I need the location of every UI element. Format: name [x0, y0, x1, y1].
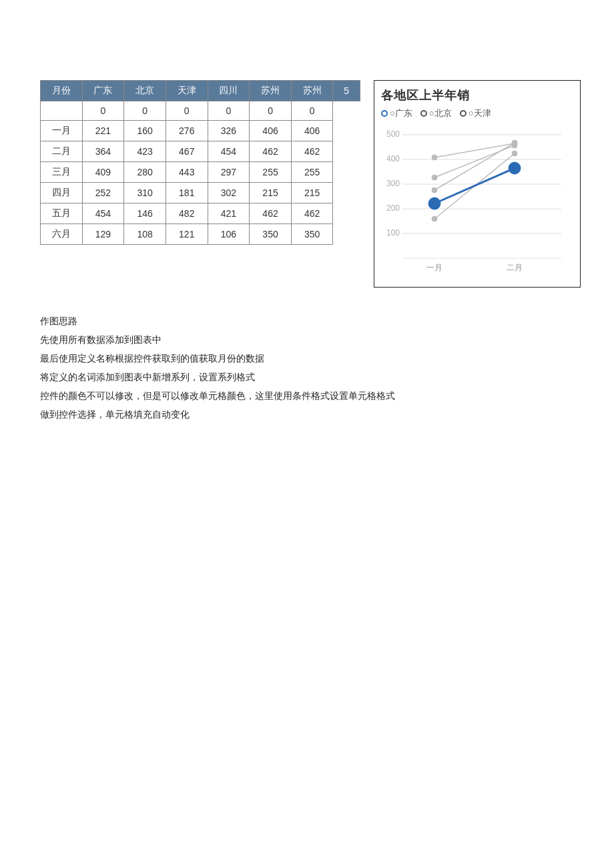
- table-cell-month: 三月: [41, 162, 83, 183]
- table-row: 一月221160276326406406: [41, 121, 360, 141]
- table-cell-month: 五月: [41, 203, 83, 224]
- table-cell: 0: [291, 101, 333, 121]
- table-cell: 350: [291, 224, 333, 245]
- legend-label-guangdong: ○广东: [390, 107, 412, 119]
- note-line: 控件的颜色不可以修改，但是可以修改单元格颜色，这里使用条件格式设置单元格格式: [40, 386, 574, 405]
- table-header-cell: 广东: [82, 81, 124, 101]
- table-cell: 0: [166, 101, 208, 121]
- legend-label-tianjin: ○天津: [469, 107, 491, 119]
- data-table: 月份广东北京天津四川苏州苏州5 000000一月2211602763264064…: [40, 80, 360, 245]
- table-cell: 181: [166, 183, 208, 203]
- table-row: 000000: [41, 101, 360, 121]
- svg-point-15: [512, 151, 517, 156]
- top-section: 月份广东北京天津四川苏州苏州5 000000一月2211602763264064…: [40, 80, 574, 288]
- table-cell: 409: [82, 162, 124, 183]
- table-header-cell: 苏州: [250, 81, 292, 101]
- table-cell: 215: [291, 183, 333, 203]
- table-cell: 146: [124, 203, 166, 224]
- table-row: 三月409280443297255255: [41, 162, 360, 183]
- svg-point-26: [428, 197, 440, 209]
- legend-item-guangdong: ○广东: [381, 107, 412, 119]
- table-cell-month: [41, 101, 83, 121]
- chart-legend: ○广东 ○北京 ○天津: [381, 107, 573, 119]
- table-header-cell: 天津: [166, 81, 208, 101]
- table-cell: 0: [208, 101, 250, 121]
- page-container: 月份广东北京天津四川苏州苏州5 000000一月2211602763264064…: [0, 0, 614, 464]
- svg-text:一月: 一月: [426, 263, 442, 272]
- notes-section: 作图思路先使用所有数据添加到图表中最后使用定义名称根据控件获取到的值获取月份的数…: [40, 312, 574, 424]
- table-header-cell: 5: [333, 81, 360, 101]
- table-cell: 443: [166, 162, 208, 183]
- table-header-cell: 四川: [208, 81, 250, 101]
- svg-point-20: [432, 175, 437, 180]
- table-cell: 454: [82, 203, 124, 224]
- table-cell: 454: [208, 141, 250, 162]
- table-cell: 276: [166, 121, 208, 141]
- table-cell: 350: [250, 224, 292, 245]
- table-cell: 406: [250, 121, 292, 141]
- table-cell: 467: [166, 141, 208, 162]
- legend-circle-guangdong: [381, 110, 388, 117]
- svg-point-24: [512, 141, 517, 146]
- table-cell: 462: [250, 141, 292, 162]
- note-line: 做到控件选择，单元格填充自动变化: [40, 405, 574, 424]
- legend-label-beijing: ○北京: [429, 107, 452, 119]
- table-cell: 310: [124, 183, 166, 203]
- chart-svg: 500 400 300 200 100 一月 二月: [381, 125, 568, 278]
- table-cell: 462: [291, 203, 333, 224]
- svg-text:100: 100: [386, 228, 400, 238]
- legend-circle-beijing: [420, 110, 427, 117]
- table-cell: 221: [82, 121, 124, 141]
- table-cell-month: 二月: [41, 141, 83, 162]
- table-cell: 215: [250, 183, 292, 203]
- table-cell: 406: [291, 121, 333, 141]
- table-cell-month: 六月: [41, 224, 83, 245]
- table-cell-month: 一月: [41, 121, 83, 141]
- table-row: 二月364423467454462462: [41, 141, 360, 162]
- svg-point-17: [432, 187, 437, 193]
- table-cell: 108: [124, 224, 166, 245]
- table-cell: 462: [250, 203, 292, 224]
- legend-item-beijing: ○北京: [420, 107, 452, 119]
- svg-text:300: 300: [386, 179, 400, 188]
- table-cell: 423: [124, 141, 166, 162]
- svg-text:400: 400: [386, 154, 400, 163]
- table-cell-month: 四月: [41, 183, 83, 203]
- legend-item-tianjin: ○天津: [460, 107, 491, 119]
- table-cell: 0: [250, 101, 292, 121]
- table-cell: 302: [208, 183, 250, 203]
- table-cell: 255: [291, 162, 333, 183]
- table-cell: 462: [291, 141, 333, 162]
- svg-line-25: [434, 168, 515, 203]
- note-line: 作图思路: [40, 312, 574, 330]
- table-cell: 121: [166, 224, 208, 245]
- table-cell: 160: [124, 121, 166, 141]
- table-cell: 129: [82, 224, 124, 245]
- table-cell: 421: [208, 203, 250, 224]
- table-cell: 364: [82, 141, 124, 162]
- chart-title: 各地区上半年销: [381, 87, 573, 103]
- table-header-cell: 北京: [124, 81, 166, 101]
- svg-point-23: [432, 155, 437, 160]
- table-row: 六月129108121106350350: [41, 224, 360, 245]
- table-header-cell: 月份: [41, 81, 83, 101]
- table-row: 五月454146482421462462: [41, 203, 360, 224]
- svg-point-27: [509, 162, 521, 174]
- table-cell: 255: [250, 162, 292, 183]
- table-row: 四月252310181302215215: [41, 183, 360, 203]
- legend-circle-tianjin: [460, 110, 467, 117]
- table-cell: 0: [82, 101, 124, 121]
- table-header-cell: 苏州: [291, 81, 333, 101]
- svg-point-14: [432, 216, 437, 222]
- table-cell: 252: [82, 183, 124, 203]
- note-line: 将定义的名词添加到图表中新增系列，设置系列格式: [40, 368, 574, 386]
- table-cell: 482: [166, 203, 208, 224]
- table-cell: 106: [208, 224, 250, 245]
- svg-text:200: 200: [386, 203, 400, 213]
- svg-text:二月: 二月: [507, 263, 523, 272]
- svg-text:500: 500: [386, 129, 400, 139]
- chart-container: 各地区上半年销 ○广东 ○北京 ○天津 500 400: [374, 80, 581, 288]
- table-cell: 280: [124, 162, 166, 183]
- table-cell: 297: [208, 162, 250, 183]
- note-line: 最后使用定义名称根据控件获取到的值获取月份的数据: [40, 349, 574, 368]
